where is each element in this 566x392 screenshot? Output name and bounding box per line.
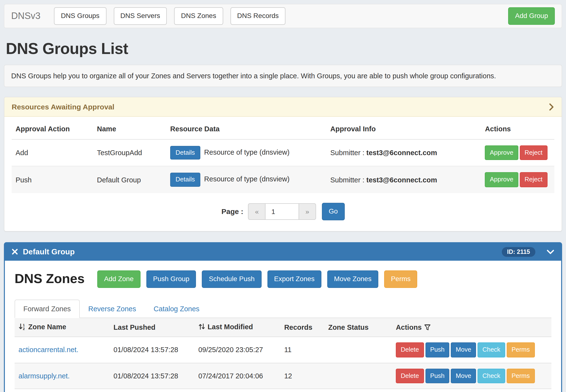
push-group-button[interactable]: Push Group	[146, 270, 196, 288]
next-page-button[interactable]: »	[299, 203, 316, 220]
zone-row: allvalleyas.com. 01/08/2024 13:57:35 01/…	[14, 389, 552, 392]
last-pushed-cell: 01/08/2024 13:57:28	[110, 363, 194, 389]
approval-info-cell: Submitter : test3@6connect.com	[327, 139, 481, 166]
last-modified-cell: 09/25/2020 23:05:27	[194, 337, 280, 363]
reject-button[interactable]: Reject	[520, 172, 547, 187]
perms-zone-button[interactable]: Perms	[507, 368, 535, 383]
perms-zone-button[interactable]: Perms	[507, 342, 535, 357]
filter-funnel-icon[interactable]	[424, 324, 431, 331]
nav-dns-servers[interactable]: DNS Servers	[113, 7, 167, 25]
push-zone-button[interactable]: Push	[425, 342, 449, 357]
group-panel-body: DNS Zones Add Zone Push Group Schedule P…	[5, 261, 561, 392]
last-modified-cell: 07/24/2017 20:04:06	[194, 363, 280, 389]
last-modified-cell: 01/03/2024 19:10:17	[194, 389, 280, 392]
add-zone-button[interactable]: Add Zone	[97, 270, 140, 288]
move-zones-button[interactable]: Move Zones	[327, 270, 378, 288]
approval-info-cell: Submitter : test3@6connect.com	[327, 166, 481, 193]
zone-name-cell: allvalleyas.com.	[14, 389, 110, 392]
col-zone-actions-label: Actions	[396, 323, 422, 331]
col-zone-status: Zone Status	[324, 318, 392, 337]
zone-link[interactable]: alarmsupply.net.	[18, 372, 70, 380]
details-button[interactable]: Details	[170, 173, 200, 187]
resource-type-text: Resource of type (dnsview)	[204, 175, 290, 183]
nav-dns-records[interactable]: DNS Records	[230, 7, 285, 25]
push-zone-button[interactable]: Push	[425, 368, 449, 383]
top-navbar: DNSv3 DNS Groups DNS Servers DNS Zones D…	[4, 4, 562, 28]
col-last-modified[interactable]: Last Modified	[194, 318, 280, 337]
page-description: DNS Groups help you to organize all of y…	[4, 65, 562, 87]
group-panel-header: Default Group ID: 2115	[5, 243, 561, 261]
zone-row: alarmsupply.net. 01/08/2024 13:57:28 07/…	[14, 363, 552, 389]
zone-status-cell	[324, 363, 392, 389]
approval-resource-cell: DetailsResource of type (dnsview)	[166, 166, 326, 193]
tab-catalog-zones[interactable]: Catalog Zones	[145, 299, 208, 318]
add-group-button[interactable]: Add Group	[508, 7, 555, 25]
approval-row: Push Default Group DetailsResource of ty…	[12, 166, 554, 193]
go-button[interactable]: Go	[322, 203, 345, 220]
zone-link[interactable]: actioncarrental.net.	[18, 346, 79, 354]
approval-panel-title: Resources Awaiting Approval	[12, 103, 114, 111]
zones-tabs: Forward Zones Reverse Zones Catalog Zone…	[14, 299, 552, 318]
records-cell: 12	[280, 363, 324, 389]
page-number-input[interactable]	[265, 203, 299, 220]
approval-name-cell: TestGroupAdd	[93, 139, 166, 166]
chevron-right-icon[interactable]	[549, 103, 554, 111]
approval-panel-body: Approval Action Name Resource Data Appro…	[4, 117, 562, 231]
approval-panel-header[interactable]: Resources Awaiting Approval	[4, 97, 562, 117]
tab-forward-zones[interactable]: Forward Zones	[14, 299, 80, 318]
col-zone-name[interactable]: 1 2 Zone Name	[14, 318, 110, 337]
tab-reverse-zones[interactable]: Reverse Zones	[80, 299, 145, 318]
approve-button[interactable]: Approve	[485, 172, 518, 187]
sort-numeric-icon[interactable]: 1 2	[18, 323, 26, 330]
page-title: DNS Groups List	[6, 40, 560, 58]
zone-actions-cell: DeletePushMoveCheckPerms	[392, 389, 552, 392]
chevron-down-icon[interactable]	[547, 249, 554, 255]
reject-button[interactable]: Reject	[520, 145, 547, 160]
perms-button[interactable]: Perms	[384, 270, 417, 288]
svg-text:1: 1	[23, 323, 25, 327]
group-title: Default Group	[23, 248, 75, 256]
zone-name-cell: actioncarrental.net.	[14, 337, 110, 363]
page-label: Page :	[221, 208, 243, 216]
group-panel: Default Group ID: 2115 DNS Zones Add Zon…	[4, 242, 562, 392]
col-name: Name	[93, 119, 166, 139]
records-cell: 11	[280, 337, 324, 363]
nav-dns-zones[interactable]: DNS Zones	[174, 7, 223, 25]
group-id-badge: ID: 2115	[502, 247, 535, 257]
pagination: Page : « » Go	[12, 203, 554, 220]
submitter-email: test3@6connect.com	[366, 176, 437, 184]
records-cell: 9	[280, 389, 324, 392]
zone-actions-cell: DeletePushMoveCheckPerms	[392, 363, 552, 389]
check-zone-button[interactable]: Check	[478, 368, 505, 383]
sort-updown-icon[interactable]	[198, 323, 205, 330]
zones-table-header-row: 1 2 Zone Name Last Pushed	[14, 318, 552, 337]
zones-heading: DNS Zones	[14, 271, 85, 286]
schedule-push-button[interactable]: Schedule Push	[202, 270, 261, 288]
approval-table: Approval Action Name Resource Data Appro…	[12, 119, 554, 193]
details-button[interactable]: Details	[170, 146, 200, 160]
delete-zone-button[interactable]: Delete	[396, 368, 424, 383]
col-zone-name-label: Zone Name	[28, 323, 66, 331]
export-zones-button[interactable]: Export Zones	[267, 270, 321, 288]
approval-panel: Resources Awaiting Approval Approval Act…	[4, 97, 562, 232]
approval-action-cell: Push	[12, 166, 93, 193]
close-icon[interactable]	[12, 249, 18, 255]
move-zone-button[interactable]: Move	[451, 342, 476, 357]
col-approval-action: Approval Action	[12, 119, 93, 139]
approve-button[interactable]: Approve	[485, 145, 518, 160]
zone-name-cell: alarmsupply.net.	[14, 363, 110, 389]
last-pushed-cell: 01/08/2024 13:57:35	[110, 389, 194, 392]
prev-page-button[interactable]: «	[248, 203, 265, 220]
move-zone-button[interactable]: Move	[451, 368, 476, 383]
zone-row: actioncarrental.net. 01/08/2024 13:57:28…	[14, 337, 552, 363]
col-records: Records	[280, 318, 324, 337]
approval-actions-cell: ApproveReject	[481, 139, 554, 166]
resource-type-text: Resource of type (dnsview)	[204, 148, 290, 156]
nav-dns-groups[interactable]: DNS Groups	[54, 7, 106, 25]
delete-zone-button[interactable]: Delete	[396, 342, 424, 357]
submitter-label: Submitter :	[331, 149, 364, 157]
submitter-label: Submitter :	[331, 176, 364, 184]
check-zone-button[interactable]: Check	[478, 342, 505, 357]
col-actions: Actions	[481, 119, 554, 139]
zone-status-cell	[324, 337, 392, 363]
